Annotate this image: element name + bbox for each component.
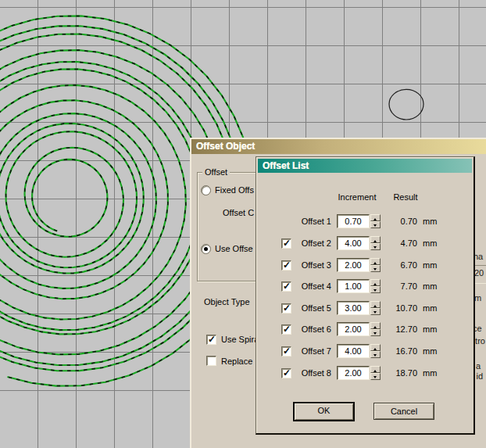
object-type-label: Object Type	[204, 297, 250, 306]
offset-3-unit: mm	[423, 257, 437, 273]
offset-2-increment-input[interactable]: 4.00	[337, 236, 370, 250]
offset-6-label: Offset 6	[292, 321, 331, 337]
offset-3-result: 6.70	[380, 257, 417, 273]
offset-7-label: Offset 7	[292, 343, 331, 359]
offset-row-8: Offset 8 2.00 18.70 mm	[256, 365, 473, 381]
offset-2-label: Offset 2	[292, 235, 331, 251]
offset-1-label: Offset 1	[292, 213, 331, 229]
offset-8-result: 18.70	[380, 365, 417, 381]
offset-1-unit: mm	[423, 213, 437, 229]
offset-row-3: Offset 3 2.00 6.70 mm	[256, 257, 473, 273]
offset-row-5: Offset 5 3.00 10.70 mm	[256, 300, 473, 316]
offset-row-4: Offset 4 1.00 7.70 mm	[256, 278, 473, 294]
offset-8-checkbox[interactable]	[281, 368, 291, 378]
offset-list-title: Offset List	[263, 160, 309, 171]
offset-2-checkbox[interactable]	[281, 238, 291, 249]
result-column-header: Result	[382, 192, 429, 202]
offset-5-unit: mm	[423, 300, 437, 316]
offset-object-titlebar[interactable]: Offset Object	[191, 139, 486, 154]
use-offset-label: Use Offse	[215, 244, 253, 253]
ok-button[interactable]: OK	[293, 402, 355, 421]
fixed-offset-label: Fixed Offs	[215, 185, 254, 195]
cancel-button[interactable]: Cancel	[373, 403, 434, 420]
offset-6-increment-input[interactable]: 2.00	[337, 322, 370, 336]
replace-checkbox[interactable]	[206, 356, 216, 366]
offset-c-label: Offset C	[223, 208, 254, 217]
offset-8-increment-input[interactable]: 2.00	[337, 366, 370, 380]
offset-7-result: 16.70	[380, 343, 417, 359]
offset-7-checkbox[interactable]	[281, 346, 291, 357]
clipped-text-fragment: a	[476, 361, 481, 371]
offset-2-result: 4.70	[380, 235, 417, 251]
clipped-text-fragment: m	[474, 293, 481, 303]
offset-4-result: 7.70	[380, 278, 417, 294]
offset-6-checkbox[interactable]	[281, 324, 291, 335]
increment-column-header: Increment	[326, 192, 388, 202]
offset-4-unit: mm	[423, 278, 437, 294]
clipped-text-fragment: 20	[474, 268, 484, 278]
offset-5-label: Offset 5	[292, 300, 331, 316]
offset-4-checkbox[interactable]	[281, 281, 291, 292]
offset-4-label: Offset 4	[292, 278, 331, 294]
offset-list-titlebar[interactable]: Offset List	[258, 159, 472, 173]
offset-3-label: Offset 3	[292, 257, 331, 273]
offset-4-increment-input[interactable]: 1.00	[337, 279, 370, 293]
offset-5-checkbox[interactable]	[281, 303, 291, 314]
use-offset-radio[interactable]	[201, 244, 211, 254]
offset-7-increment-input[interactable]: 4.00	[337, 344, 370, 358]
offset-row-7: Offset 7 4.00 16.70 mm	[256, 343, 473, 359]
offset-8-unit: mm	[423, 365, 437, 381]
offset-7-unit: mm	[423, 343, 437, 359]
offset-5-increment-input[interactable]: 3.00	[337, 301, 370, 315]
offset-6-unit: mm	[423, 321, 437, 337]
offset-group-label: Offset	[202, 167, 230, 177]
replace-label: Replace	[221, 357, 252, 366]
offset-5-result: 10.70	[380, 300, 417, 316]
offset-row-2: Offset 2 4.00 4.70 mm	[256, 235, 473, 251]
fixed-offset-radio[interactable]	[201, 185, 211, 195]
offset-object-title: Offset Object	[196, 141, 255, 152]
offset-row-1: Offset 1 0.70 0.70 mm	[256, 213, 473, 229]
offset-row-6: Offset 6 2.00 12.70 mm	[256, 321, 473, 337]
offset-list-dialog: Offset List Increment Result Offset 1 0.…	[256, 156, 475, 435]
use-spiral-label: Use Spira	[221, 335, 259, 344]
offset-6-result: 12.70	[380, 321, 417, 337]
offset-1-increment-input[interactable]: 0.70	[337, 214, 370, 228]
use-spiral-checkbox[interactable]	[206, 335, 216, 345]
offset-8-label: Offset 8	[292, 365, 331, 381]
offset-1-result: 0.70	[380, 213, 417, 229]
offset-2-unit: mm	[423, 235, 437, 251]
offset-3-checkbox[interactable]	[281, 260, 291, 271]
offset-3-increment-input[interactable]: 2.00	[337, 258, 370, 272]
application-window: Offset Object Offset Fixed Offs Offset C…	[0, 0, 486, 448]
